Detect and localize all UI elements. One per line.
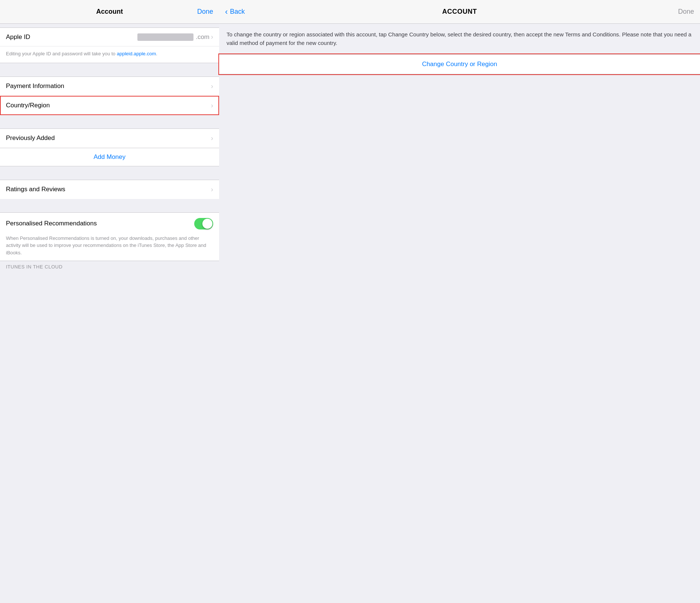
personalised-label: Personalised Recommendations [6, 220, 97, 227]
back-chevron-icon: ‹ [225, 7, 228, 17]
previously-added-item[interactable]: Previously Added › [0, 128, 219, 148]
info-box: To change the country or region associat… [219, 24, 700, 54]
right-panel: ‹ Back ACCOUNT Done To change the countr… [219, 0, 700, 603]
top-spacer [0, 24, 219, 27]
toggle-thumb [202, 219, 212, 229]
left-nav-title: Account [96, 8, 123, 16]
left-nav-bar: Account Done [0, 0, 219, 24]
divider-2 [0, 115, 219, 128]
divider-1 [0, 63, 219, 76]
payment-chevron: › [211, 82, 213, 90]
left-done-button[interactable]: Done [197, 8, 213, 16]
right-done-button[interactable]: Done [678, 8, 694, 16]
personalised-section: Personalised Recommendations When Person… [0, 212, 219, 261]
payment-label: Payment Information [6, 82, 64, 90]
previously-added-chevron: › [211, 134, 213, 142]
apple-id-chevron: › [211, 33, 213, 41]
change-country-button[interactable]: Change Country or Region [219, 55, 700, 74]
previously-added-value: › [211, 134, 213, 142]
apple-id-label: Apple ID [6, 33, 30, 41]
back-button[interactable]: ‹ Back [225, 7, 245, 17]
apple-id-section: Apple ID ████████████ .com › Editing you… [0, 27, 219, 63]
ratings-reviews-item[interactable]: Ratings and Reviews › [0, 180, 219, 199]
divider-3 [0, 166, 219, 180]
apple-id-link[interactable]: appleid.apple.com [117, 51, 156, 56]
personalised-toggle[interactable] [194, 218, 213, 229]
country-region-chevron: › [211, 102, 213, 110]
ratings-label: Ratings and Reviews [6, 186, 65, 193]
apple-id-row[interactable]: Apple ID ████████████ .com › [0, 28, 219, 46]
country-region-value: › [211, 102, 213, 110]
right-nav-bar: ‹ Back ACCOUNT Done [219, 0, 700, 24]
add-money-row[interactable]: Add Money [0, 148, 219, 166]
personalised-desc: When Personalised Recommendations is tur… [0, 235, 219, 261]
itunes-cloud-footer: iTUNES IN THE CLOUD [0, 261, 219, 271]
left-panel: Account Done Apple ID ████████████ .com … [0, 0, 219, 603]
payment-value: › [211, 82, 213, 90]
apple-id-desc: Editing your Apple ID and password will … [0, 46, 219, 63]
add-money-label: Add Money [94, 153, 126, 161]
change-country-section: Change Country or Region [219, 54, 700, 74]
change-country-label: Change Country or Region [422, 61, 497, 68]
right-nav-title: ACCOUNT [442, 8, 477, 16]
back-label: Back [230, 8, 245, 16]
personalised-row: Personalised Recommendations [0, 213, 219, 235]
payment-information-item[interactable]: Payment Information › [0, 76, 219, 96]
country-region-item[interactable]: Country/Region › [0, 96, 219, 115]
previously-added-label: Previously Added [6, 134, 55, 142]
apple-id-link-suffix: . [156, 51, 157, 56]
apple-id-value: ████████████ .com › [137, 33, 213, 41]
email-blurred: ████████████ [137, 33, 193, 41]
apple-id-desc-text: Editing your Apple ID and password will … [6, 51, 117, 56]
email-suffix: .com [196, 33, 209, 41]
ratings-value: › [211, 186, 213, 193]
country-region-label: Country/Region [6, 102, 50, 109]
divider-4 [0, 199, 219, 212]
ratings-chevron: › [211, 186, 213, 193]
